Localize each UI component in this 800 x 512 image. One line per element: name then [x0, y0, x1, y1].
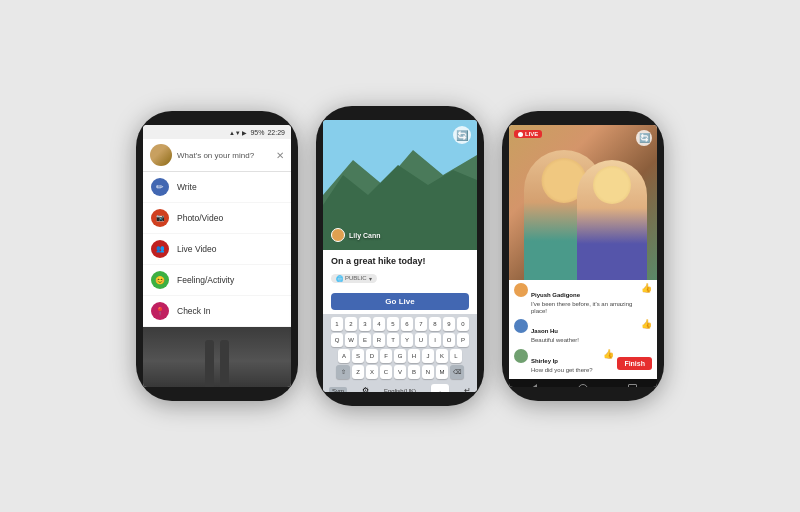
comment-row-2: Jason Hu Beautiful weather! 👍	[514, 319, 652, 344]
switch-camera-button[interactable]: 🔄	[636, 130, 652, 146]
whats-on-your-mind[interactable]: What's on your mind?	[177, 151, 271, 160]
sym-key[interactable]: Sym	[329, 387, 347, 392]
chevron-down-icon: ▾	[369, 275, 372, 282]
phone-2-screen: 🔄 Lily Cann On a great hike today! 🌐 PUB…	[323, 120, 477, 392]
key-c[interactable]: C	[380, 365, 392, 379]
go-live-button[interactable]: Go Live	[331, 293, 469, 310]
key-f[interactable]: F	[380, 349, 392, 363]
menu-item-write[interactable]: ✏ Write	[143, 172, 291, 203]
battery: 95%	[250, 129, 264, 136]
language-selector[interactable]: English(UK)	[384, 388, 416, 392]
key-s[interactable]: S	[352, 349, 364, 363]
key-5[interactable]: 5	[387, 317, 399, 331]
live-badge: LIVE	[514, 130, 542, 138]
photo-video-label: Photo/Video	[177, 213, 223, 223]
key-o[interactable]: O	[443, 333, 455, 347]
signal-icon: ▲▼ ▶	[229, 129, 248, 136]
comment-row-1: Piyush Gadigone I've been there before, …	[514, 283, 652, 315]
key-2[interactable]: 2	[345, 317, 357, 331]
user-avatar	[150, 144, 172, 166]
key-i[interactable]: I	[429, 333, 441, 347]
like-icon-outline-3[interactable]: 👍	[603, 349, 614, 359]
key-a[interactable]: A	[338, 349, 350, 363]
key-e[interactable]: E	[359, 333, 371, 347]
phone-2: 🔄 Lily Cann On a great hike today! 🌐 PUB…	[316, 106, 484, 406]
menu-item-feeling-activity[interactable]: 😊 Feeling/Activity	[143, 265, 291, 296]
enter-key[interactable]: ↵	[464, 386, 471, 392]
space-key[interactable]: ·	[431, 384, 449, 392]
key-0[interactable]: 0	[457, 317, 469, 331]
key-row-numbers: 1 2 3 4 5 6 7 8 9 0	[325, 317, 475, 331]
write-label: Write	[177, 182, 197, 192]
post-text[interactable]: On a great hike today!	[331, 256, 469, 267]
key-3[interactable]: 3	[359, 317, 371, 331]
close-button[interactable]: ✕	[276, 150, 284, 161]
key-g[interactable]: G	[394, 349, 406, 363]
live-dot	[518, 132, 523, 137]
key-l[interactable]: L	[450, 349, 462, 363]
key-t[interactable]: T	[387, 333, 399, 347]
keyboard: 1 2 3 4 5 6 7 8 9 0 Q W E R T Y U I O	[323, 314, 477, 392]
key-9[interactable]: 9	[443, 317, 455, 331]
shift-key[interactable]: ⇧	[336, 365, 350, 379]
key-row-asdf: A S D F G H J K L	[325, 349, 475, 363]
commenter-avatar-2	[514, 319, 528, 333]
key-z[interactable]: Z	[352, 365, 364, 379]
key-m[interactable]: M	[436, 365, 448, 379]
key-w[interactable]: W	[345, 333, 357, 347]
public-icon: 🌐	[336, 275, 343, 282]
menu-item-photo-video[interactable]: 📷 Photo/Video	[143, 203, 291, 234]
gear-icon[interactable]: ⚙	[362, 386, 369, 392]
key-p[interactable]: P	[457, 333, 469, 347]
back-button[interactable]	[528, 383, 540, 387]
keyboard-bottom-bar: Sym ⚙ English(UK) · ↵	[325, 381, 475, 392]
comment-text-3: How did you get there?	[531, 367, 600, 374]
key-h[interactable]: H	[408, 349, 420, 363]
key-1[interactable]: 1	[331, 317, 343, 331]
key-6[interactable]: 6	[401, 317, 413, 331]
user-avatar-small	[331, 228, 345, 242]
comment-row-3: Shirley Ip How did you get there? 👍 Fini…	[514, 349, 652, 374]
commenter-avatar-1	[514, 283, 528, 297]
public-badge[interactable]: 🌐 PUBLIC ▾	[331, 274, 377, 283]
key-j[interactable]: J	[422, 349, 434, 363]
key-row-qwerty: Q W E R T Y U I O P	[325, 333, 475, 347]
phone-1-screen: ▲▼ ▶ 95% 22:29 What's on your mind? ✕ ✏ …	[143, 125, 291, 387]
live-camera-preview: LIVE 🔄	[509, 125, 657, 280]
key-u[interactable]: U	[415, 333, 427, 347]
like-icon-filled-1[interactable]: 👍	[641, 283, 652, 293]
live-label: LIVE	[525, 131, 538, 137]
comment-text-2: Beautiful weather!	[531, 337, 638, 344]
switch-camera-button[interactable]: 🔄	[453, 126, 471, 144]
key-x[interactable]: X	[366, 365, 378, 379]
key-y[interactable]: Y	[401, 333, 413, 347]
person-2	[577, 160, 647, 280]
recents-button[interactable]	[626, 383, 638, 387]
camera-preview: 🔄 Lily Cann	[323, 120, 477, 250]
live-video-icon: 👥	[151, 240, 169, 258]
status-bar-1: ▲▼ ▶ 95% 22:29	[143, 125, 291, 139]
key-r[interactable]: R	[373, 333, 385, 347]
key-q[interactable]: Q	[331, 333, 343, 347]
comments-section: Piyush Gadigone I've been there before, …	[509, 280, 657, 379]
post-photo	[143, 327, 291, 387]
like-icon-outline-2[interactable]: 👍	[641, 319, 652, 329]
key-n[interactable]: N	[422, 365, 434, 379]
key-4[interactable]: 4	[373, 317, 385, 331]
key-d[interactable]: D	[366, 349, 378, 363]
key-b[interactable]: B	[408, 365, 420, 379]
backspace-key[interactable]: ⌫	[450, 365, 464, 379]
menu-item-live-video[interactable]: 👥 Live Video	[143, 234, 291, 265]
finish-button[interactable]: Finish	[617, 357, 652, 370]
key-k[interactable]: K	[436, 349, 448, 363]
switch-camera-icon: 🔄	[639, 133, 650, 143]
key-8[interactable]: 8	[429, 317, 441, 331]
face-2	[593, 166, 631, 204]
menu-item-check-in[interactable]: 📍 Check In	[143, 296, 291, 327]
commenter-name-3: Shirley Ip	[531, 358, 558, 364]
home-button[interactable]	[577, 383, 589, 387]
commenter-name-2: Jason Hu	[531, 328, 558, 334]
key-v[interactable]: V	[394, 365, 406, 379]
live-video-label: Live Video	[177, 244, 217, 254]
key-7[interactable]: 7	[415, 317, 427, 331]
